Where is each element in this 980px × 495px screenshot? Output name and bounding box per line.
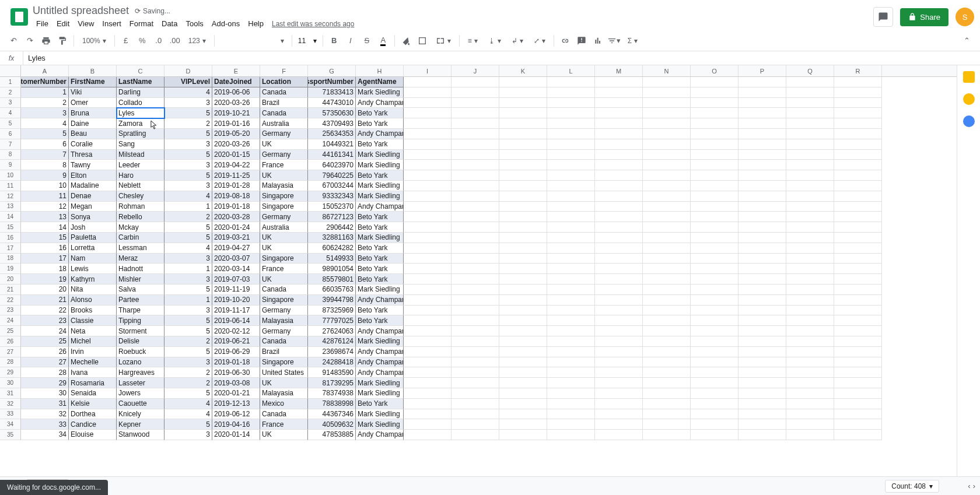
cell[interactable]: 5 <box>164 315 212 326</box>
cell[interactable]: 87325969 <box>308 306 356 316</box>
cell[interactable]: Singapore <box>260 295 308 306</box>
cell[interactable]: Mark Siedling <box>356 285 404 295</box>
cell[interactable]: 11 <box>21 191 69 202</box>
cell[interactable]: 7 <box>21 150 69 160</box>
cell[interactable]: Mark Siedling <box>356 233 404 243</box>
column-header-I[interactable]: I <box>404 65 452 76</box>
cell[interactable] <box>834 378 882 388</box>
cell[interactable]: Elton <box>69 170 117 181</box>
text-rotation-button[interactable]: ⤢▾ <box>529 33 550 48</box>
column-header-A[interactable]: A <box>21 65 69 76</box>
cell[interactable] <box>786 295 834 306</box>
row-header[interactable]: 22 <box>0 295 21 306</box>
cell[interactable]: Collado <box>117 98 164 108</box>
cell[interactable] <box>691 295 738 306</box>
cell[interactable]: Andy Champan <box>356 202 404 212</box>
cell[interactable] <box>547 274 595 285</box>
row-header[interactable]: 8 <box>0 150 21 160</box>
cell[interactable] <box>547 181 595 191</box>
cell[interactable]: LastName <box>117 77 164 87</box>
cell[interactable] <box>404 409 452 420</box>
merge-cells-button[interactable]: ▾ <box>431 33 456 48</box>
cell[interactable]: 6 <box>21 139 69 150</box>
cell[interactable] <box>595 243 643 254</box>
cell[interactable]: 28 <box>21 367 69 378</box>
cell[interactable] <box>643 430 691 440</box>
column-header-N[interactable]: N <box>643 65 691 76</box>
cell[interactable] <box>404 191 452 202</box>
cell[interactable]: 2019-01-28 <box>212 181 260 191</box>
cell[interactable]: 2019-06-21 <box>212 336 260 347</box>
cell[interactable]: 2 <box>164 336 212 347</box>
menu-edit[interactable]: Edit <box>53 18 73 29</box>
cell[interactable] <box>643 409 691 420</box>
cell[interactable] <box>738 419 786 430</box>
cell[interactable]: UK <box>260 139 308 150</box>
cell[interactable] <box>834 191 882 202</box>
scroll-right-button[interactable]: › <box>973 482 975 490</box>
cell[interactable] <box>452 388 499 399</box>
cell[interactable] <box>834 388 882 399</box>
cell[interactable] <box>643 254 691 264</box>
cell[interactable]: Mishler <box>117 274 164 285</box>
cell[interactable] <box>643 170 691 181</box>
cell[interactable]: Meraz <box>117 254 164 264</box>
cell[interactable] <box>834 202 882 212</box>
cell[interactable] <box>691 233 738 243</box>
cell[interactable]: Kelsie <box>69 399 117 409</box>
cell[interactable]: PassportNumber <box>308 77 356 87</box>
cell[interactable] <box>499 285 547 295</box>
cell[interactable]: 2019-06-14 <box>212 315 260 326</box>
cell[interactable] <box>643 357 691 368</box>
cell[interactable] <box>834 357 882 368</box>
cell[interactable]: Megan <box>69 202 117 212</box>
cell[interactable] <box>738 274 786 285</box>
cell[interactable] <box>499 347 547 357</box>
cell[interactable]: 24288418 <box>308 357 356 368</box>
cell[interactable] <box>452 170 499 181</box>
cell[interactable]: Mechelle <box>69 357 117 368</box>
cell[interactable]: Irvin <box>69 347 117 357</box>
cell[interactable] <box>595 430 643 440</box>
cell[interactable]: 13 <box>21 212 69 222</box>
cell[interactable]: France <box>260 264 308 274</box>
cell[interactable]: Germany <box>260 306 308 316</box>
cell[interactable]: Beto Yark <box>356 315 404 326</box>
cell[interactable]: 2019-10-20 <box>212 295 260 306</box>
cell[interactable] <box>547 233 595 243</box>
cell[interactable] <box>738 367 786 378</box>
cell[interactable]: 2019-04-16 <box>212 419 260 430</box>
cell[interactable]: Michel <box>69 336 117 347</box>
cell[interactable]: 2019-06-06 <box>212 87 260 98</box>
cell[interactable] <box>452 306 499 316</box>
cell[interactable] <box>643 264 691 274</box>
decrease-decimal-button[interactable]: .0 <box>151 33 166 48</box>
comments-button[interactable] <box>873 7 893 27</box>
cell[interactable]: Canada <box>260 87 308 98</box>
cell[interactable]: 5 <box>164 326 212 336</box>
cell[interactable]: Mark Siedling <box>356 150 404 160</box>
cell[interactable]: 44161341 <box>308 150 356 160</box>
cell[interactable]: 2019-06-29 <box>212 347 260 357</box>
cell[interactable] <box>643 336 691 347</box>
cell[interactable]: Brooks <box>69 306 117 316</box>
cell[interactable]: Andy Champan <box>356 357 404 368</box>
cell[interactable]: Beto Yark <box>356 118 404 129</box>
column-header-R[interactable]: R <box>834 65 882 76</box>
cell[interactable]: 91483590 <box>308 367 356 378</box>
cell[interactable] <box>738 409 786 420</box>
cell[interactable] <box>786 98 834 108</box>
cell[interactable] <box>499 388 547 399</box>
cell[interactable] <box>786 222 834 233</box>
cell[interactable]: Andy Champan <box>356 367 404 378</box>
cell[interactable] <box>499 202 547 212</box>
cell[interactable] <box>452 222 499 233</box>
cell[interactable]: 16 <box>21 243 69 254</box>
cell[interactable] <box>499 326 547 336</box>
cell[interactable] <box>834 150 882 160</box>
cell[interactable]: 67003244 <box>308 181 356 191</box>
cell[interactable] <box>738 98 786 108</box>
row-header[interactable]: 18 <box>0 254 21 264</box>
font-size-select[interactable]: 11▾ <box>296 33 319 48</box>
cell[interactable]: 2020-01-15 <box>212 150 260 160</box>
